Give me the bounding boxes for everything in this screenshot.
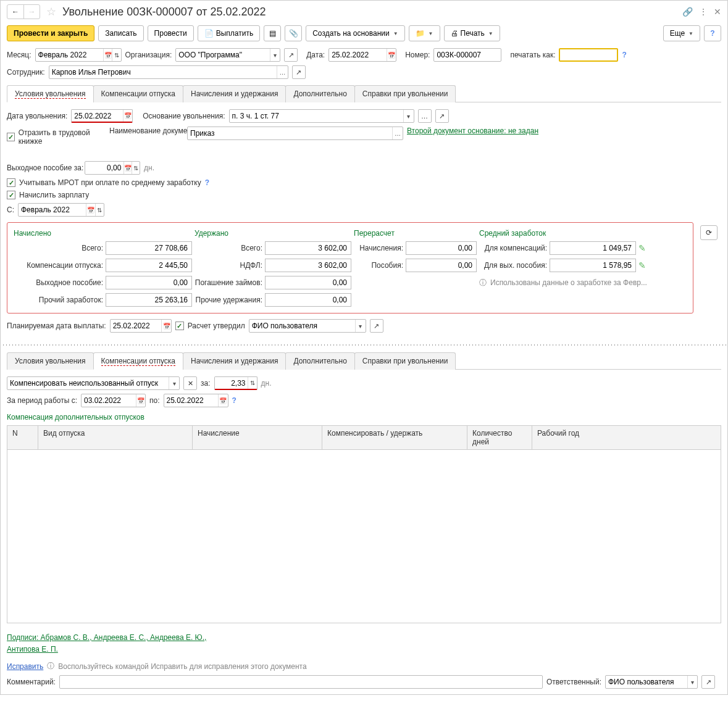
ellipsis-icon[interactable]: … (277, 66, 287, 78)
calendar-icon[interactable]: 📅 (136, 394, 145, 407)
pay-button[interactable]: 📄Выплатить (198, 25, 261, 41)
spinner-icon[interactable]: ⇅ (132, 162, 140, 174)
help-icon[interactable]: ? (232, 396, 236, 405)
forward-button[interactable]: → (23, 5, 40, 19)
calendar-icon[interactable]: 📅 (103, 49, 112, 61)
other-withh-val[interactable] (265, 293, 351, 307)
help-button[interactable]: ? (704, 25, 721, 41)
ellipsis-icon[interactable]: … (392, 127, 403, 139)
resp-input[interactable] (606, 676, 687, 687)
sev-val[interactable] (106, 276, 192, 289)
table-body[interactable] (7, 450, 721, 623)
pencil-icon[interactable]: ✎ (638, 260, 651, 270)
create-based-button[interactable]: Создать на основании▼ (306, 25, 404, 41)
withheld-total[interactable] (265, 241, 351, 255)
back-button[interactable]: ← (7, 5, 23, 19)
for-input[interactable] (215, 378, 248, 389)
calendar-icon[interactable]: 📅 (218, 394, 227, 407)
favorite-icon[interactable]: ☆ (46, 5, 56, 19)
accrue-salary-checkbox[interactable]: ✓ (7, 191, 15, 199)
folder-dropdown-button[interactable]: 📁▼ (409, 25, 440, 41)
tab-vacation-comp-2[interactable]: Компенсации отпуска (93, 352, 183, 370)
dropdown-icon[interactable]: ▾ (403, 110, 414, 122)
period-to-input[interactable] (164, 395, 219, 406)
comp-clear-button[interactable]: ✕ (183, 376, 197, 390)
signatures-link-1[interactable]: Подписи: Абрамов С. В., Андреева Е. С., … (7, 632, 721, 644)
mrot-checkbox[interactable]: ✓ (7, 178, 15, 187)
basis-ellipsis-button[interactable]: … (418, 109, 432, 123)
tab-dismissal-conditions-2[interactable]: Условия увольнения (7, 352, 94, 370)
tab-additional-2[interactable]: Дополнительно (285, 352, 354, 370)
post-button[interactable]: Провести (148, 25, 194, 41)
dropdown-icon[interactable]: ▾ (687, 676, 697, 688)
other-val[interactable] (106, 293, 192, 307)
tab-certificates-2[interactable]: Справки при увольнении (354, 352, 456, 370)
comp-val[interactable] (106, 259, 192, 272)
comment-input[interactable] (60, 676, 542, 687)
calendar-icon[interactable]: 📅 (387, 49, 396, 61)
col-year[interactable]: Рабочий год (532, 426, 721, 449)
planned-date-input[interactable] (111, 320, 162, 331)
refresh-button[interactable]: ⟳ (700, 225, 718, 240)
org-open-button[interactable]: ↗ (284, 48, 298, 62)
structure-button[interactable]: ▤ (264, 25, 281, 41)
calendar-icon[interactable]: 📅 (161, 320, 170, 332)
calendar-icon[interactable]: 📅 (123, 110, 132, 122)
calendar-icon[interactable]: 📅 (86, 204, 94, 216)
comp-type-input[interactable] (7, 378, 169, 389)
basis-open-button[interactable]: ↗ (435, 109, 449, 123)
dismiss-date-input[interactable] (72, 110, 123, 122)
help-icon[interactable]: ? (622, 51, 626, 59)
link-icon[interactable]: 🔗 (682, 7, 693, 17)
fix-link[interactable]: Исправить (7, 662, 43, 671)
from-input[interactable] (19, 204, 86, 215)
basis-input[interactable] (230, 110, 403, 122)
employee-open-button[interactable]: ↗ (292, 65, 306, 79)
dropdown-icon[interactable]: ▾ (270, 49, 280, 61)
accrued-total[interactable] (106, 241, 192, 255)
resp-open-button[interactable]: ↗ (701, 675, 715, 689)
close-icon[interactable]: ✕ (714, 7, 721, 17)
col-days[interactable]: Количество дней (467, 426, 532, 449)
period-from-input[interactable] (82, 395, 136, 406)
tab-accruals-2[interactable]: Начисления и удержания (183, 352, 286, 370)
post-and-close-button[interactable]: Провести и закрыть (7, 25, 94, 41)
employee-input[interactable] (49, 67, 277, 78)
attach-button[interactable]: 📎 (285, 25, 302, 41)
calc-icon[interactable]: 📅 (123, 162, 132, 174)
approved-checkbox[interactable]: ✓ (175, 322, 184, 330)
date-input[interactable] (329, 49, 387, 60)
tab-certificates[interactable]: Справки при увольнении (354, 85, 456, 102)
approver-open-button[interactable]: ↗ (370, 319, 383, 333)
tab-accruals[interactable]: Начисления и удержания (183, 85, 286, 102)
menu-icon[interactable]: ⋮ (699, 7, 708, 17)
more-button[interactable]: Еще▼ (663, 25, 700, 41)
second-doc-link[interactable]: Второй документ основание: не задан (407, 127, 538, 135)
severance-input[interactable] (85, 162, 123, 173)
recalc-ben[interactable] (406, 259, 477, 272)
spinner-icon[interactable]: ⇅ (112, 49, 120, 61)
recalc-accr[interactable] (406, 241, 477, 255)
write-button[interactable]: Записать (98, 25, 143, 41)
avg-sev[interactable] (550, 259, 636, 272)
avg-comp[interactable] (550, 241, 636, 255)
help-icon[interactable]: ? (205, 178, 209, 187)
pencil-icon[interactable]: ✎ (638, 243, 651, 253)
loan-val[interactable] (265, 276, 351, 289)
reflect-checkbox[interactable]: ✓ (7, 133, 15, 141)
print-as-input[interactable] (560, 49, 617, 60)
print-button[interactable]: 🖨Печать▼ (444, 25, 500, 41)
col-n[interactable]: N (7, 426, 38, 449)
col-type[interactable]: Вид отпуска (38, 426, 193, 449)
tab-dismissal-conditions[interactable]: Условия увольнения (7, 85, 94, 102)
signatures-link-2[interactable]: Антипова Е. П. (7, 644, 721, 655)
col-comp[interactable]: Компенсировать / удержать (322, 426, 467, 449)
spinner-icon[interactable]: ⇅ (95, 204, 104, 216)
docname-input[interactable] (188, 128, 392, 139)
month-input[interactable] (36, 49, 103, 60)
spinner-icon[interactable]: ⇅ (248, 377, 256, 389)
org-input[interactable] (176, 49, 270, 60)
tab-additional[interactable]: Дополнительно (285, 85, 354, 102)
dropdown-icon[interactable]: ▾ (169, 377, 179, 389)
col-accr[interactable]: Начисление (193, 426, 322, 449)
